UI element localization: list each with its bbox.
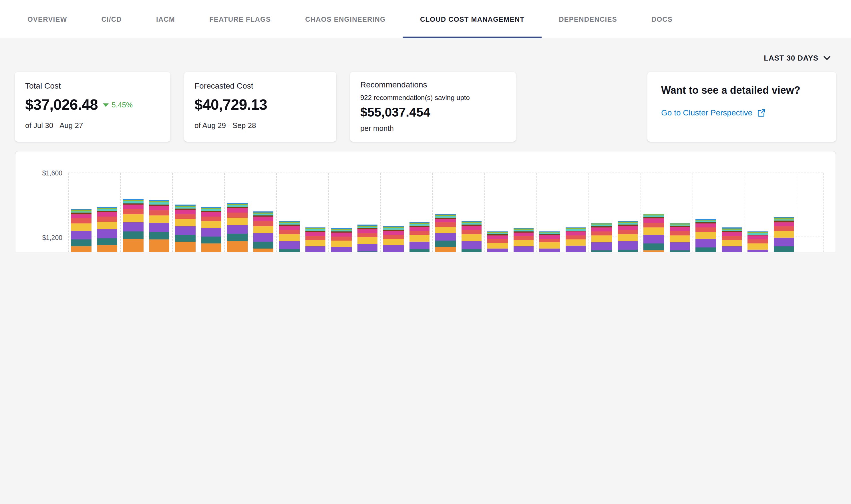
bar-segment: [227, 213, 247, 217]
tab-chaos-engineering[interactable]: CHAOS ENGINEERING: [288, 0, 403, 38]
bar-segment: [461, 241, 482, 249]
bar-segment: [383, 231, 403, 235]
tab-iacm[interactable]: IACM: [139, 0, 192, 38]
bar-segment: [670, 235, 690, 242]
bar-2024-08-12[interactable]: [409, 173, 430, 252]
cluster-perspective-link[interactable]: Go to Cluster Perspective: [661, 108, 765, 117]
bar-2024-08-16[interactable]: [514, 173, 534, 252]
bar-segment: [618, 234, 638, 241]
app-root: OVERVIEW CI/CD IACM FEATURE FLAGS CHAOS …: [0, 0, 851, 252]
tab-overview[interactable]: OVERVIEW: [10, 0, 84, 38]
bar-segment: [670, 250, 690, 252]
bar-slot: [563, 173, 589, 252]
bar-segment: [123, 231, 143, 239]
bar-2024-08-05[interactable]: [227, 173, 247, 252]
bar-segment: [71, 219, 91, 223]
bar-2024-08-21[interactable]: [644, 173, 664, 252]
bar-2024-08-15[interactable]: [488, 173, 508, 252]
filter-row: LAST 30 DAYS: [0, 38, 851, 63]
bar-slot: [485, 173, 511, 252]
bar-2024-08-20[interactable]: [618, 173, 638, 252]
bar-segment: [488, 243, 508, 249]
bar-segment: [175, 241, 195, 252]
bar-segment: [592, 251, 612, 252]
bar-segment: [97, 238, 117, 245]
bar-segment: [670, 227, 690, 231]
tab-cicd[interactable]: CI/CD: [84, 0, 139, 38]
bar-segment: [540, 238, 560, 242]
main-content: LAST 30 DAYS Total Cost $37,026.48 5.45%…: [0, 38, 851, 252]
bar-segment: [435, 247, 455, 252]
y-tick-label: $1,200: [42, 234, 62, 241]
tab-feature-flags[interactable]: FEATURE FLAGS: [192, 0, 288, 38]
bar-segment: [670, 242, 690, 250]
bar-slot: [693, 173, 719, 252]
bar-segment: [435, 219, 455, 222]
bar-2024-08-10[interactable]: [357, 173, 378, 252]
bar-slot: [94, 173, 120, 252]
bar-2024-08-24[interactable]: [722, 173, 742, 252]
bar-segment: [279, 226, 299, 230]
bar-2024-08-07[interactable]: [279, 173, 299, 252]
bar-2024-08-04[interactable]: [201, 173, 221, 252]
bar-2024-08-18[interactable]: [566, 173, 586, 252]
bar-2024-08-02[interactable]: [149, 173, 169, 252]
bar-segment: [461, 230, 482, 234]
bar-segment: [305, 240, 326, 246]
bar-2024-08-17[interactable]: [540, 173, 560, 252]
bar-2024-08-27[interactable]: [800, 173, 820, 252]
bar-segment: [279, 234, 299, 241]
tab-cloud-cost-management[interactable]: CLOUD COST MANAGEMENT: [403, 0, 542, 38]
bar-segment: [97, 245, 117, 252]
external-link-icon: [757, 108, 765, 117]
bar-segment: [175, 214, 195, 219]
bar-segment: [540, 249, 560, 252]
bar-2024-08-08[interactable]: [305, 173, 326, 252]
bar-segment: [71, 223, 91, 231]
summary-cards-row: Total Cost $37,026.48 5.45% of Jul 30 - …: [15, 72, 836, 142]
bar-segment: [149, 210, 169, 215]
tab-dependencies[interactable]: DEPENDENCIES: [542, 0, 634, 38]
bar-segment: [175, 210, 195, 214]
bar-2024-07-30[interactable]: [71, 173, 91, 252]
bar-2024-08-26[interactable]: [774, 173, 794, 252]
bar-2024-08-11[interactable]: [383, 173, 403, 252]
bar-2024-08-03[interactable]: [175, 173, 195, 252]
bar-2024-08-14[interactable]: [461, 173, 482, 252]
bar-segment: [435, 241, 455, 247]
bar-segment: [461, 226, 482, 230]
bar-segment: [774, 226, 794, 231]
time-range-dropdown[interactable]: LAST 30 DAYS: [760, 53, 834, 63]
bar-segment: [227, 225, 247, 234]
bar-slot: [537, 173, 563, 252]
bar-2024-08-13[interactable]: [435, 173, 455, 252]
total-cost-card: Total Cost $37,026.48 5.45% of Jul 30 - …: [15, 72, 170, 142]
bar-2024-08-19[interactable]: [592, 173, 612, 252]
bar-segment: [149, 215, 169, 223]
forecasted-cost-value: $40,729.13: [194, 96, 267, 114]
detail-view-card: Want to see a detailed view? Go to Clust…: [647, 72, 836, 142]
bar-2024-08-06[interactable]: [253, 173, 273, 252]
bar-segment: [566, 235, 586, 239]
bar-segment: [618, 226, 638, 230]
bar-slot: [68, 173, 94, 252]
bar-2024-08-25[interactable]: [748, 173, 768, 252]
bar-slot: [354, 173, 380, 252]
bar-segment: [514, 240, 534, 247]
bar-segment: [331, 240, 351, 247]
bar-2024-08-22[interactable]: [670, 173, 690, 252]
bar-segment: [279, 249, 299, 252]
bar-segment: [383, 235, 403, 239]
tab-docs[interactable]: DOCS: [634, 0, 690, 38]
bar-segment: [618, 250, 638, 252]
bar-2024-07-31[interactable]: [97, 173, 117, 252]
bar-segment: [618, 230, 638, 234]
bar-segment: [644, 244, 664, 251]
bar-slot: [146, 173, 172, 252]
bar-segment: [644, 228, 664, 235]
bar-segment: [201, 237, 221, 244]
bar-2024-08-09[interactable]: [331, 173, 351, 252]
bar-slot: [615, 173, 641, 252]
bar-2024-08-01[interactable]: [123, 173, 143, 252]
bar-2024-08-23[interactable]: [696, 173, 716, 252]
